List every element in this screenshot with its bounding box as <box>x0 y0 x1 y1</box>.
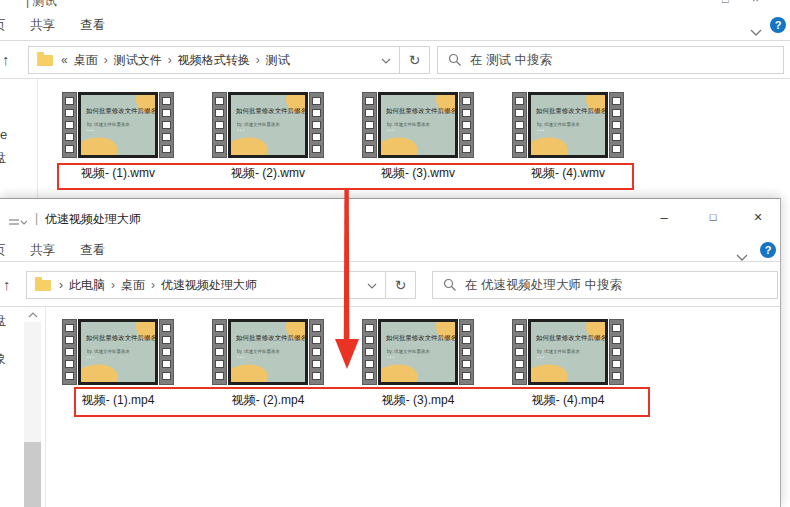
refresh-button[interactable]: ↻ <box>385 271 416 299</box>
nav-item-partial[interactable]: 盘 <box>0 149 6 167</box>
explorer-window-yousu: | 优速视频处理大师 – □ × 页 共享 查看 ? ↑ › › 此电脑 › 桌… <box>0 198 781 507</box>
file-item[interactable]: 如何批量修改文件后缀名? by. 优速文件批量改名 ••• 视频- (4).mp… <box>512 319 624 409</box>
scrollbar-up-icon[interactable] <box>24 307 41 322</box>
tab-share[interactable]: 共享 <box>30 17 55 34</box>
tab-view[interactable]: 查看 <box>80 17 105 34</box>
thumbnail-dots: ••• <box>87 354 95 360</box>
breadcrumb-label[interactable]: 优速视频处理大师 <box>161 277 257 294</box>
filmstrip-right-band <box>459 92 474 158</box>
window-title-partial: | 测试 <box>26 0 56 9</box>
quick-access-icon[interactable] <box>9 214 27 232</box>
thumbnail-title: 如何批量修改文件后缀名? <box>386 334 458 342</box>
title-bar[interactable]: | 测试 □ × <box>0 0 790 9</box>
breadcrumb-label[interactable]: 测试文件 <box>114 52 162 69</box>
breadcrumb-item[interactable]: › 测试文件 <box>98 52 162 69</box>
thumbnail-title: 如何批量修改文件后缀名? <box>236 334 308 342</box>
file-item[interactable]: 如何批量修改文件后缀名? by. 优速文件批量改名 ••• 视频- (1).mp… <box>62 319 174 409</box>
breadcrumb-separator: › <box>256 53 260 67</box>
filmstrip-left-band <box>62 92 77 158</box>
nav-pane-divider <box>45 307 46 507</box>
up-button[interactable]: ↑ <box>2 51 10 68</box>
breadcrumb-item[interactable]: › 视频格式转换 <box>162 52 250 69</box>
up-button[interactable]: ↑ <box>3 276 11 293</box>
filmstrip-left-band <box>512 319 527 385</box>
address-bar[interactable]: › › 此电脑 › 桌面 › 优速视频处理大师 <box>26 271 386 299</box>
address-bar[interactable]: « › 桌面 › 测试文件 › 视频格式转换 › 测试 <box>28 46 400 74</box>
breadcrumb-label[interactable]: 测试 <box>266 52 290 69</box>
breadcrumb-label[interactable]: 视频格式转换 <box>178 52 250 69</box>
address-dropdown-icon[interactable] <box>359 278 385 292</box>
thumbnail-title: 如何批量修改文件后缀名? <box>236 107 308 115</box>
tab-share[interactable]: 共享 <box>30 242 55 259</box>
window-title: 优速视频处理大师 <box>45 211 141 228</box>
thumbnail-title: 如何批量修改文件后缀名? <box>386 107 458 115</box>
refresh-button[interactable]: ↻ <box>399 46 430 74</box>
help-icon[interactable]: ? <box>760 242 776 258</box>
breadcrumb-separator: › <box>111 278 115 292</box>
tab-home-partial[interactable]: 页 <box>0 242 6 259</box>
search-box[interactable]: 在 优速视频处理大师 中搜索 <box>432 271 778 299</box>
thumbnail-dots: ••• <box>537 354 545 360</box>
video-thumbnail: 如何批量修改文件后缀名? by. 优速文件批量改名 ••• <box>78 319 158 385</box>
file-name-label: 视频- (1).mp4 <box>82 392 155 409</box>
tab-home-partial[interactable]: 页 <box>0 17 6 34</box>
filmstrip-left-band <box>512 92 527 158</box>
file-item[interactable]: 如何批量修改文件后缀名? by. 优速文件批量改名 ••• 视频- (2).mp… <box>212 319 324 409</box>
breadcrumb: › 桌面 › 测试文件 › 视频格式转换 › 测试 <box>74 52 290 69</box>
maximize-button[interactable]: □ <box>722 0 729 5</box>
file-name-label: 视频- (4).mp4 <box>532 392 605 409</box>
breadcrumb-item[interactable]: › 此电脑 <box>69 277 105 294</box>
breadcrumb-label[interactable]: 桌面 <box>121 277 145 294</box>
maximize-button[interactable]: □ <box>690 199 736 235</box>
file-item[interactable]: 如何批量修改文件后缀名? by. 优速文件批量改名 ••• 视频- (3).mp… <box>362 319 474 409</box>
filmstrip-left-band <box>62 319 77 385</box>
video-thumbnail: 如何批量修改文件后缀名? by. 优速文件批量改名 ••• <box>228 92 308 158</box>
scrollbar-thumb[interactable] <box>24 442 41 507</box>
breadcrumb-item[interactable]: › 桌面 <box>105 277 145 294</box>
title-separator: | <box>35 211 38 225</box>
address-dropdown-icon[interactable] <box>373 53 399 67</box>
nav-item-partial[interactable]: 盘 <box>0 312 6 330</box>
thumbnail-decoration <box>228 133 271 158</box>
filmstrip-left-band <box>362 92 377 158</box>
file-item[interactable]: 如何批量修改文件后缀名? by. 优速文件批量改名 ••• 视频- (4).wm… <box>512 92 624 182</box>
thumbnail-decoration <box>78 133 121 158</box>
tab-view[interactable]: 查看 <box>80 242 105 259</box>
file-name-label: 视频- (4).wmv <box>531 165 605 182</box>
close-button[interactable]: × <box>752 0 759 6</box>
breadcrumb-label[interactable]: 此电脑 <box>69 277 105 294</box>
file-name-label: 视频- (2).wmv <box>231 165 305 182</box>
video-file-icon: 如何批量修改文件后缀名? by. 优速文件批量改名 ••• <box>512 92 624 158</box>
help-icon[interactable]: ? <box>770 17 786 33</box>
breadcrumb-label[interactable]: 桌面 <box>74 52 98 69</box>
search-box[interactable]: 在 测试 中搜索 <box>437 46 784 74</box>
ribbon-collapse-icon[interactable] <box>750 22 762 40</box>
minimize-button[interactable]: – <box>641 199 687 235</box>
nav-item-partial[interactable]: e <box>0 127 7 142</box>
ribbon-collapse-icon[interactable] <box>736 247 748 265</box>
thumbnail-byline: by. 优速文件批量改名 <box>387 348 430 353</box>
breadcrumb-item[interactable]: › 优速视频处理大师 <box>145 277 257 294</box>
thumbnail-byline: by. 优速文件批量改名 <box>87 348 130 353</box>
video-thumbnail: 如何批量修改文件后缀名? by. 优速文件批量改名 ••• <box>378 92 458 158</box>
breadcrumb-item[interactable]: › 测试 <box>250 52 290 69</box>
nav-scrollbar[interactable] <box>24 307 41 507</box>
breadcrumb-separator: › <box>151 278 155 292</box>
close-button[interactable]: × <box>735 199 781 235</box>
filmstrip-left-band <box>212 319 227 385</box>
file-item[interactable]: 如何批量修改文件后缀名? by. 优速文件批量改名 ••• 视频- (2).wm… <box>212 92 324 182</box>
thumbnail-decoration <box>528 360 571 385</box>
breadcrumb-collapse[interactable]: « <box>61 53 68 67</box>
thumbnail-dots: ••• <box>387 127 395 133</box>
filmstrip-right-band <box>309 92 324 158</box>
nav-item-partial[interactable]: 象 <box>0 350 6 368</box>
search-placeholder: 在 测试 中搜索 <box>470 52 552 69</box>
video-thumbnail: 如何批量修改文件后缀名? by. 优速文件批量改名 ••• <box>78 92 158 158</box>
breadcrumb-item[interactable]: › 桌面 <box>74 52 98 69</box>
file-item[interactable]: 如何批量修改文件后缀名? by. 优速文件批量改名 ••• 视频- (3).wm… <box>362 92 474 182</box>
video-file-icon: 如何批量修改文件后缀名? by. 优速文件批量改名 ••• <box>62 319 174 385</box>
file-item[interactable]: 如何批量修改文件后缀名? by. 优速文件批量改名 ••• 视频- (1).wm… <box>62 92 174 182</box>
thumbnail-title: 如何批量修改文件后缀名? <box>86 107 158 115</box>
thumbnail-title: 如何批量修改文件后缀名? <box>536 334 608 342</box>
thumbnail-dots: ••• <box>387 354 395 360</box>
